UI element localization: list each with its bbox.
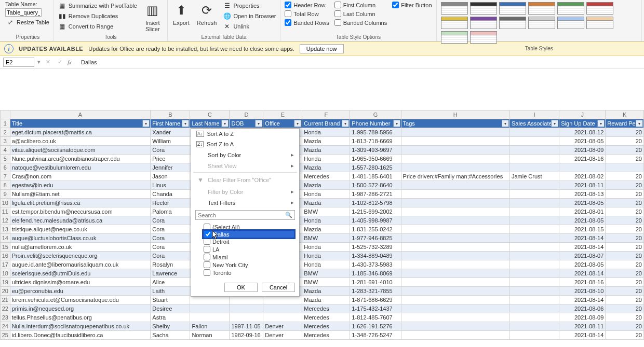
sort-asc-button[interactable]: A↓Sort A to Z — [191, 129, 299, 139]
filter-checklist[interactable]: (Select All) DallasDetroitLAMiamiNew Yor… — [191, 222, 299, 279]
cell[interactable]: Mercedes — [302, 322, 350, 331]
cell[interactable] — [401, 225, 509, 234]
filter-cancel-button[interactable]: Cancel — [262, 283, 295, 292]
cell[interactable]: Cora — [151, 234, 190, 243]
cell[interactable]: 2021-08-16 — [559, 155, 606, 163]
cell[interactable]: 1-965-950-6669 — [350, 155, 401, 163]
cell[interactable]: 20 — [606, 216, 644, 225]
cell[interactable]: 20 — [606, 278, 644, 287]
col-header[interactable]: J — [559, 110, 606, 119]
cell[interactable]: 2021-08-06 — [559, 304, 606, 313]
cell[interactable]: ultricies.dignissim@ornare.edu — [10, 278, 151, 287]
cell[interactable]: 2021-08-05 — [559, 216, 606, 225]
table-header-cell[interactable]: Sign Up Date — [559, 119, 606, 128]
cell[interactable]: Mazda — [302, 296, 350, 304]
cell[interactable]: 20 — [606, 146, 644, 155]
filter-search[interactable]: 🔍 — [195, 210, 295, 220]
cell[interactable]: 20 — [606, 225, 644, 234]
cell[interactable] — [509, 252, 559, 260]
cell[interactable]: 1-813-718-6669 — [350, 137, 401, 146]
cell[interactable]: Chanda — [151, 190, 190, 199]
name-box[interactable] — [3, 58, 34, 67]
style-swatch[interactable] — [586, 2, 613, 15]
cell[interactable]: Lawrence — [151, 269, 190, 278]
row-header[interactable]: 14 — [1, 234, 10, 243]
style-swatch[interactable] — [441, 2, 468, 15]
banded-cols-check[interactable]: Banded Columns — [333, 19, 388, 26]
cell[interactable]: 20 — [606, 269, 644, 278]
cell[interactable]: 2021-08-14 — [559, 331, 606, 340]
cell[interactable]: egestas@in.edu — [10, 181, 151, 190]
row-header[interactable]: 1 — [1, 119, 10, 128]
col-header[interactable]: A — [10, 110, 151, 119]
style-swatch[interactable] — [441, 31, 468, 44]
cell[interactable]: tristique.aliquet@neque.co.uk — [10, 225, 151, 234]
convert-range-button[interactable]: ▦Convert to Range — [57, 22, 138, 31]
table-header-cell[interactable]: Sales Associate — [509, 119, 559, 128]
total-row-check[interactable]: Total Row — [284, 10, 330, 18]
style-swatch[interactable] — [557, 17, 584, 29]
cell[interactable]: primis.in@nequesed.org — [10, 304, 151, 313]
cell[interactable]: 20 — [606, 155, 644, 163]
cell[interactable]: BMW — [302, 207, 350, 216]
col-header[interactable]: K — [606, 110, 644, 119]
cell[interactable]: Hector — [151, 199, 190, 207]
cell[interactable]: Rosalyn — [151, 260, 190, 269]
cell[interactable]: Xander — [151, 128, 190, 137]
cell[interactable]: Desiree — [151, 304, 190, 313]
cell[interactable] — [230, 304, 263, 313]
style-swatch[interactable] — [586, 17, 613, 29]
row-header[interactable]: 25 — [1, 331, 10, 340]
cell[interactable]: Laith — [151, 287, 190, 296]
cell[interactable]: 2021-08-05 — [559, 199, 606, 207]
cell[interactable] — [401, 296, 509, 304]
cell[interactable]: eleifend.nec.malesuada@atrisus.ca — [10, 216, 151, 225]
style-swatch[interactable] — [557, 2, 584, 15]
cell[interactable] — [401, 313, 509, 322]
cell[interactable] — [401, 243, 509, 252]
cell[interactable]: Norman — [190, 331, 230, 340]
cell[interactable]: 20 — [606, 313, 644, 322]
cell[interactable]: Mazda — [302, 287, 350, 296]
cell[interactable]: 1-102-812-5798 — [350, 199, 401, 207]
cell[interactable]: 2021-08-14 — [559, 243, 606, 252]
cell[interactable]: Honda — [302, 260, 350, 269]
row-header[interactable]: 8 — [1, 181, 10, 190]
row-header[interactable]: 22 — [1, 304, 10, 313]
cell[interactable]: 1982-09-16 — [230, 331, 263, 340]
cell[interactable] — [509, 296, 559, 304]
filter-dropdown-icon[interactable] — [221, 120, 229, 127]
cell[interactable]: 2021-08-07 — [559, 252, 606, 260]
cell[interactable]: 1-626-191-5276 — [350, 322, 401, 331]
cell[interactable]: 1-557-280-1625 — [350, 163, 401, 172]
cell[interactable]: 20 — [606, 181, 644, 190]
row-header[interactable]: 3 — [1, 137, 10, 146]
cell[interactable] — [509, 322, 559, 331]
cell[interactable] — [509, 199, 559, 207]
cell[interactable]: 20 — [606, 322, 644, 331]
cell[interactable]: Mercedes — [302, 313, 350, 322]
cell[interactable]: Mazda — [302, 146, 350, 155]
cell[interactable] — [401, 128, 509, 137]
cell[interactable]: 1-430-373-5983 — [350, 260, 401, 269]
cell[interactable]: 2021-08-11 — [559, 181, 606, 190]
filter-dropdown-icon[interactable] — [255, 120, 262, 127]
cell[interactable] — [401, 146, 509, 155]
cell[interactable] — [606, 163, 644, 172]
table-header-cell[interactable]: DOB — [230, 119, 263, 128]
cell[interactable] — [509, 243, 559, 252]
cell[interactable]: 20 — [606, 207, 644, 216]
row-header[interactable]: 13 — [1, 225, 10, 234]
formula-accept-icon[interactable]: ✓ — [56, 59, 64, 65]
first-column-check[interactable]: First Column — [333, 1, 388, 9]
cell[interactable] — [509, 225, 559, 234]
cell[interactable] — [401, 181, 509, 190]
style-swatch[interactable] — [499, 2, 526, 15]
cell[interactable]: 1-185-346-8069 — [350, 269, 401, 278]
sort-desc-button[interactable]: Z↓Sort Z to A — [191, 139, 299, 149]
fx-icon[interactable]: fx — [68, 59, 72, 65]
cell[interactable]: 2021-08-05 — [559, 260, 606, 269]
row-header[interactable]: 6 — [1, 163, 10, 172]
filter-item[interactable]: Toronto — [204, 269, 294, 276]
cell[interactable] — [509, 234, 559, 243]
